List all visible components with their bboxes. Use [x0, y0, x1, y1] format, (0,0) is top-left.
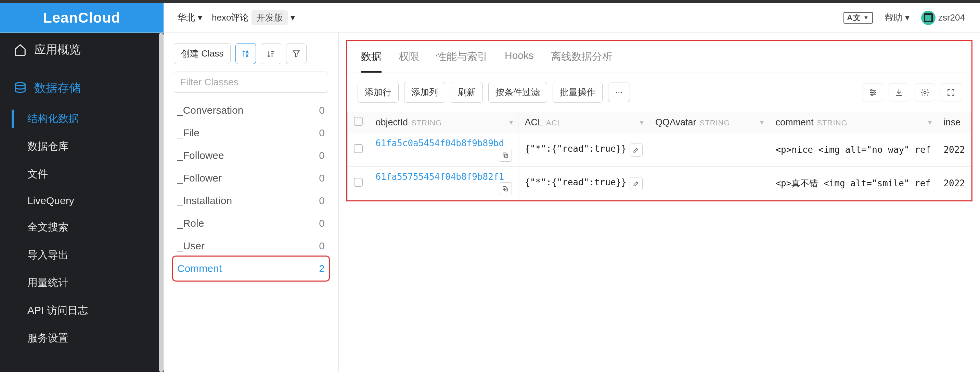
tab-hooks[interactable]: Hooks: [505, 49, 534, 73]
class-row[interactable]: _Follower0: [174, 167, 328, 189]
insertedat-value: 2022: [943, 178, 965, 188]
header-breadcrumbs: 华北 ▾ hexo评论 开发版 ▾: [164, 3, 295, 32]
window-top-border: [0, 0, 980, 3]
chevron-down-icon[interactable]: ▼: [508, 119, 514, 126]
tab-permission[interactable]: 权限: [399, 49, 419, 73]
comment-value: <p>nice <img alt="no way" ref: [775, 145, 931, 155]
sidebar-item-settings[interactable]: 服务设置: [0, 324, 164, 352]
region-label: 华北: [177, 12, 195, 24]
column-header-objectid[interactable]: objectIdSTRING▼: [369, 112, 519, 133]
class-row[interactable]: _Followee0: [174, 144, 328, 167]
filter-classes-input[interactable]: [174, 72, 328, 93]
tab-performance[interactable]: 性能与索引: [436, 49, 488, 73]
table-row[interactable]: 61fa5c0a5454f04b8f9b89bd {"*":{"read":tr…: [348, 133, 972, 167]
fullscreen-button[interactable]: [941, 84, 961, 101]
sidebar-item-overview[interactable]: 应用概览: [0, 33, 164, 67]
class-row[interactable]: _User0: [174, 235, 328, 257]
database-icon: [14, 81, 27, 94]
user-menu[interactable]: zsr204: [921, 11, 965, 25]
chevron-down-icon: ▾: [905, 12, 910, 23]
username-label: zsr204: [938, 12, 965, 23]
header-right: A文▼ 帮助 ▾ zsr204: [843, 3, 980, 32]
sidebar-item-import-export[interactable]: 导入导出: [0, 241, 164, 269]
select-all-checkbox[interactable]: [354, 117, 363, 126]
column-header-insertedat[interactable]: inse: [937, 112, 972, 133]
column-header-comment[interactable]: commentSTRING▼: [769, 112, 937, 133]
column-header-checkbox[interactable]: [348, 112, 369, 133]
add-column-button[interactable]: 添加列: [404, 82, 445, 103]
chevron-down-icon[interactable]: ▼: [927, 119, 933, 126]
language-switch[interactable]: A文▼: [843, 12, 873, 24]
class-row[interactable]: _Role0: [174, 212, 328, 235]
class-toolbar: 创建 Class AZ: [174, 43, 328, 64]
sidebar-item-builtin-account[interactable]: 内建账户: [0, 364, 164, 372]
column-header-acl[interactable]: ACLACL▼: [519, 112, 649, 133]
region-selector[interactable]: 华北 ▾: [177, 12, 202, 24]
row-checkbox[interactable]: [354, 144, 363, 153]
class-row[interactable]: _Installation0: [174, 189, 328, 212]
help-menu[interactable]: 帮助 ▾: [885, 12, 910, 24]
home-icon: [14, 43, 27, 56]
tab-offline[interactable]: 离线数据分析: [551, 49, 612, 73]
copy-icon[interactable]: [499, 182, 512, 195]
edit-icon[interactable]: [630, 177, 643, 190]
content-area: 数据 权限 性能与索引 Hooks 离线数据分析 添加行 添加列 刷新 按条件过…: [339, 33, 980, 372]
sort-custom-button[interactable]: [261, 43, 281, 64]
svg-point-8: [924, 91, 926, 94]
sidebar: 应用概览 数据存储 结构化数据 数据仓库 文件 LiveQuery 全文搜索 导…: [0, 33, 164, 372]
row-checkbox[interactable]: [354, 178, 363, 187]
insertedat-value: 2022: [943, 145, 965, 155]
main-area: 应用概览 数据存储 结构化数据 数据仓库 文件 LiveQuery 全文搜索 导…: [0, 33, 980, 372]
acl-value: {"*":{"read":true}}: [525, 144, 626, 154]
app-plan-chip: 开发版: [251, 10, 288, 25]
sidebar-item-api-log[interactable]: API 访问日志: [0, 297, 164, 324]
sidebar-item-livequery[interactable]: LiveQuery: [0, 188, 164, 213]
create-class-button[interactable]: 创建 Class: [174, 43, 231, 64]
batch-ops-button[interactable]: 批量操作: [553, 82, 603, 103]
tab-data[interactable]: 数据: [361, 49, 382, 73]
comment-value: <p>真不错 <img alt="smile" ref: [775, 178, 931, 188]
table-actions: 添加行 添加列 刷新 按条件过滤 批量操作 ···: [347, 73, 972, 112]
gear-button[interactable]: [915, 84, 935, 101]
class-row-comment[interactable]: Comment2: [174, 257, 328, 280]
app-name-label: hexo评论: [212, 12, 249, 24]
sidebar-item-fulltext[interactable]: 全文搜索: [0, 213, 164, 241]
chevron-down-icon: ▾: [291, 12, 295, 23]
download-button[interactable]: [889, 84, 909, 101]
highlighted-region: 数据 权限 性能与索引 Hooks 离线数据分析 添加行 添加列 刷新 按条件过…: [346, 40, 972, 201]
copy-icon[interactable]: [499, 148, 512, 162]
chevron-down-icon[interactable]: ▼: [638, 119, 645, 126]
filter-rows-button[interactable]: 按条件过滤: [488, 82, 547, 103]
avatar: [921, 11, 935, 25]
edit-icon[interactable]: [630, 144, 643, 156]
column-header-qqavatar[interactable]: QQAvatarSTRING▼: [649, 112, 769, 133]
settings-columns-button[interactable]: [862, 84, 883, 101]
sidebar-item-usage[interactable]: 用量统计: [0, 269, 164, 297]
class-list: _Conversation0 _File0 _Followee0 _Follow…: [174, 99, 328, 280]
app-header: LeanCloud 华北 ▾ hexo评论 开发版 ▾ A文▼ 帮助 ▾ zsr…: [0, 3, 980, 33]
more-ops-button[interactable]: ···: [608, 83, 630, 102]
chevron-down-icon: ▼: [863, 15, 869, 21]
sidebar-section-storage[interactable]: 数据存储: [0, 67, 164, 105]
brand-logo[interactable]: LeanCloud: [0, 3, 164, 32]
svg-point-5: [871, 89, 872, 91]
class-list-panel: 创建 Class AZ _Conversation0 _File0 _Follo…: [164, 33, 339, 372]
table-row[interactable]: 61fa55755454f04b8f9b82f1 {"*":{"read":tr…: [348, 167, 972, 200]
class-row[interactable]: _Conversation0: [174, 99, 328, 121]
objectid-value[interactable]: 61fa55755454f04b8f9b82f1: [375, 172, 504, 182]
svg-text:Z: Z: [246, 53, 248, 57]
objectid-value[interactable]: 61fa5c0a5454f04b8f9b89bd: [375, 138, 504, 148]
app-selector[interactable]: hexo评论 开发版 ▾: [212, 10, 295, 25]
sidebar-item-structured-data[interactable]: 结构化数据: [0, 105, 164, 133]
sort-az-button[interactable]: AZ: [235, 43, 256, 64]
sidebar-item-files[interactable]: 文件: [0, 160, 164, 188]
svg-point-7: [872, 94, 873, 95]
add-row-button[interactable]: 添加行: [358, 82, 399, 103]
refresh-button[interactable]: 刷新: [451, 82, 483, 103]
class-row[interactable]: _File0: [174, 121, 328, 144]
acl-value: {"*":{"read":true}}: [525, 177, 626, 187]
chevron-down-icon: ▾: [198, 12, 202, 23]
sidebar-item-data-warehouse[interactable]: 数据仓库: [0, 133, 164, 160]
filter-button[interactable]: [286, 43, 307, 64]
chevron-down-icon[interactable]: ▼: [759, 119, 765, 126]
